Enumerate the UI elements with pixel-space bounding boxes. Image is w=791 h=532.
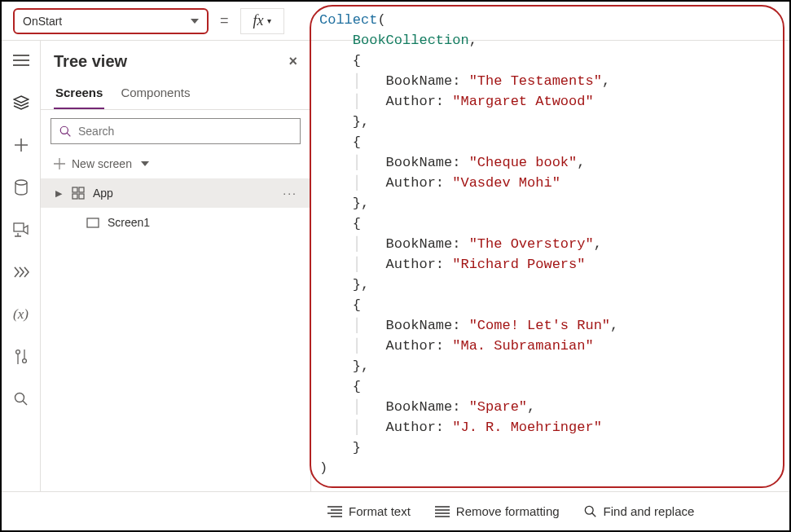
tree-header: Tree view × xyxy=(41,41,310,77)
format-icon xyxy=(327,506,342,517)
chevron-right-icon: ▶ xyxy=(55,188,65,199)
search-input[interactable] xyxy=(78,125,292,138)
plus-icon xyxy=(54,158,65,169)
tab-components[interactable]: Components xyxy=(119,81,191,109)
formula-panel: Collect( BookCollection, { │ BookName: "… xyxy=(311,41,789,491)
property-selector[interactable]: OnStart xyxy=(13,8,209,34)
format-text-button[interactable]: Format text xyxy=(327,504,411,518)
formula-editor[interactable]: Collect( BookCollection, { │ BookName: "… xyxy=(311,7,784,486)
tree-item-app[interactable]: ▶ App ··· xyxy=(41,178,310,208)
svg-point-4 xyxy=(15,394,24,402)
plus-icon[interactable] xyxy=(8,132,34,158)
tree-tabs: Screens Components xyxy=(41,77,310,110)
svg-rect-10 xyxy=(87,218,99,227)
format-text-label: Format text xyxy=(349,504,411,518)
svg-point-0 xyxy=(15,180,27,185)
chevron-down-icon xyxy=(191,19,199,24)
tab-screens[interactable]: Screens xyxy=(54,81,104,109)
media-icon[interactable] xyxy=(8,217,34,243)
hamburger-icon[interactable] xyxy=(8,47,34,73)
chevron-down-icon xyxy=(141,161,149,166)
svg-point-11 xyxy=(585,506,593,514)
remove-formatting-button[interactable]: Remove formatting xyxy=(435,504,560,518)
search-icon xyxy=(584,505,597,518)
main-area: (x) Tree view × Screens Components New s… xyxy=(2,41,789,491)
search-icon xyxy=(59,125,72,138)
property-selector-value: OnStart xyxy=(23,15,62,28)
variables-icon[interactable]: (x) xyxy=(8,301,34,328)
formula-bottom-bar: Format text Remove formatting Find and r… xyxy=(2,491,789,530)
close-icon[interactable]: × xyxy=(288,53,297,70)
new-screen-button[interactable]: New screen xyxy=(41,152,310,175)
layers-icon[interactable] xyxy=(8,90,34,116)
fx-button[interactable]: fx ▾ xyxy=(240,8,284,34)
tree-item-label: Screen1 xyxy=(108,216,150,229)
new-screen-label: New screen xyxy=(72,157,132,170)
search-icon[interactable] xyxy=(8,386,34,412)
svg-rect-9 xyxy=(79,194,84,199)
tree-title: Tree view xyxy=(54,52,127,71)
tree-items: ▶ App ··· Screen1 xyxy=(41,175,310,237)
database-icon[interactable] xyxy=(8,174,34,200)
tree-panel: Tree view × Screens Components New scree… xyxy=(41,41,311,491)
chevron-down-icon: ▾ xyxy=(267,16,271,25)
find-replace-button[interactable]: Find and replace xyxy=(584,504,695,518)
remove-formatting-label: Remove formatting xyxy=(456,504,560,518)
tools-icon[interactable] xyxy=(8,344,34,370)
equals-label: = xyxy=(215,12,234,29)
svg-point-2 xyxy=(15,350,20,354)
search-box[interactable] xyxy=(51,118,301,144)
tree-item-screen1[interactable]: Screen1 xyxy=(41,208,310,237)
screen-icon xyxy=(86,218,101,228)
nav-rail: (x) xyxy=(2,41,41,491)
tree-item-label: App xyxy=(93,187,113,200)
more-icon[interactable]: ··· xyxy=(283,187,301,200)
svg-rect-1 xyxy=(14,223,24,231)
svg-rect-6 xyxy=(73,187,77,192)
svg-rect-7 xyxy=(79,187,84,192)
svg-point-5 xyxy=(60,126,68,134)
find-replace-label: Find and replace xyxy=(604,504,695,518)
fx-icon: fx xyxy=(253,12,264,29)
flows-icon[interactable] xyxy=(8,259,34,285)
app-icon xyxy=(72,187,86,200)
search-wrap xyxy=(41,110,310,152)
svg-point-3 xyxy=(22,359,26,363)
remove-format-icon xyxy=(435,506,450,517)
svg-rect-8 xyxy=(73,194,77,199)
